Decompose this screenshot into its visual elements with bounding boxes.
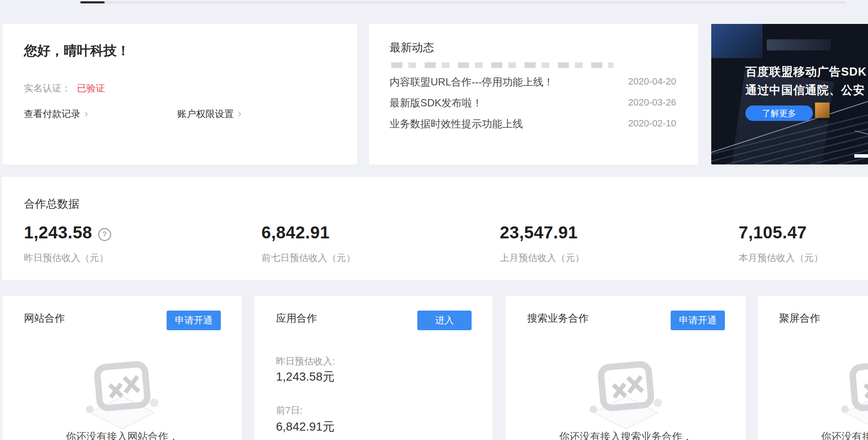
banner-decoration: [767, 39, 831, 50]
metric-value: 23,547.91: [500, 223, 679, 242]
help-icon[interactable]: ?: [98, 228, 111, 241]
stat-label: 昨日预估收入:: [276, 355, 335, 368]
juping-coop-card: 聚屏合作 你还没有接入聚屏合作，: [758, 296, 868, 440]
news-card: 最新动态 内容联盟URL合作---停用功能上线！ 2020-04-20 最新版S…: [369, 24, 698, 164]
card-title: 应用合作: [276, 311, 317, 325]
metric-last7days: 6,842.91 前七日预估收入（元）: [261, 223, 441, 264]
payment-records-link[interactable]: 查看付款记录›: [24, 108, 88, 120]
empty-caption: 你还没有接入搜索业务合作，: [506, 430, 746, 440]
chevron-right-icon: ›: [85, 108, 88, 119]
news-item-text[interactable]: 最新版SDK发布啦！: [390, 96, 482, 110]
metric-this-month: 7,105.47 本月预估收入（元）: [739, 223, 868, 264]
chevron-right-icon: ›: [238, 108, 241, 119]
apply-open-button[interactable]: 申请开通: [671, 311, 725, 330]
auth-label: 实名认证：: [24, 83, 71, 94]
payment-records-label: 查看付款记录: [24, 109, 80, 119]
news-item[interactable]: 内容联盟URL合作---停用功能上线！ 2020-04-20: [390, 75, 676, 88]
banner-orange-cube-decoration: [815, 103, 830, 118]
banner-headline-line1: 百度联盟移动广告SDK: [745, 64, 867, 79]
search-coop-card: 搜索业务合作 申请开通 你还没有接入搜索业务合作，: [506, 296, 746, 440]
news-item[interactable]: 业务数据时效性提示功能上线 2020-02-10: [390, 117, 676, 130]
news-item-scrolling-clipped: [391, 62, 613, 68]
news-item-text[interactable]: 业务数据时效性提示功能上线: [390, 117, 523, 131]
empty-state-tv-icon: [589, 359, 662, 429]
banner-headline-line2: 通过中国信通院、公安: [745, 82, 865, 98]
app-coop-card: 应用合作 进入 昨日预估收入: 1,243.58元 前7日: 6,842.91元: [255, 296, 493, 440]
metric-label: 昨日预估收入（元）: [24, 252, 203, 264]
empty-state-tv-icon: [86, 359, 158, 429]
metric-yesterday: 1,243.58? 昨日预估收入（元）: [24, 223, 203, 264]
greeting-title: 您好，晴叶科技！: [24, 42, 130, 60]
metric-value: 1,243.58?: [24, 223, 203, 242]
stat-label: 前7日:: [276, 404, 302, 417]
scrollbar-thumb[interactable]: [80, 1, 105, 3]
news-title: 最新动态: [390, 40, 434, 55]
stats-section: 合作总数据 1,243.58? 昨日预估收入（元） 6,842.91 前七日预估…: [2, 177, 868, 280]
stat-value: 6,842.91元: [276, 419, 334, 435]
empty-state-tv-icon: [841, 359, 868, 429]
metric-last-month: 23,547.91 上月预估收入（元）: [500, 223, 679, 264]
metric-label: 上月预估收入（元）: [500, 252, 679, 264]
top-horizontal-scrollbar[interactable]: [80, 1, 846, 3]
enter-button[interactable]: 进入: [417, 311, 472, 330]
greeting-card: 您好，晴叶科技！ 实名认证：已验证 查看付款记录› 账户权限设置›: [3, 24, 357, 164]
empty-caption: 你还没有接入聚屏合作，: [758, 430, 868, 440]
metric-value: 7,105.47: [739, 223, 868, 242]
auth-row: 实名认证：已验证: [24, 82, 105, 95]
apply-open-button[interactable]: 申请开通: [167, 311, 221, 330]
carousel-indicator[interactable]: [854, 154, 868, 158]
metric-number: 1,243.58: [24, 223, 92, 242]
news-item-text[interactable]: 内容联盟URL合作---停用功能上线！: [390, 75, 554, 89]
news-item-date: 2020-02-10: [628, 118, 676, 129]
empty-caption: 你还没有接入网站合作，: [3, 430, 242, 440]
card-title: 网站合作: [24, 311, 65, 325]
card-title: 搜索业务合作: [527, 311, 589, 325]
metric-value: 6,842.91: [261, 223, 441, 242]
learn-more-button[interactable]: 了解更多: [745, 106, 813, 121]
account-permission-label: 账户权限设置: [177, 109, 234, 119]
promo-banner[interactable]: 百度联盟移动广告SDK 通过中国信通院、公安 了解更多: [711, 24, 868, 164]
account-permission-link[interactable]: 账户权限设置›: [177, 108, 241, 120]
metric-label: 本月预估收入（元）: [739, 252, 868, 264]
website-coop-card: 网站合作 申请开通 你还没有接入网站合作，: [3, 296, 242, 440]
stat-value: 1,243.58元: [276, 369, 334, 385]
card-title: 聚屏合作: [779, 311, 820, 325]
news-item[interactable]: 最新版SDK发布啦！ 2020-03-26: [390, 96, 676, 109]
banner-decoration: [711, 24, 762, 58]
news-item-date: 2020-04-20: [628, 76, 676, 87]
news-item-date: 2020-03-26: [628, 97, 676, 108]
metric-label: 前七日预估收入（元）: [261, 252, 441, 264]
stats-title: 合作总数据: [24, 197, 79, 211]
auth-status-badge: 已验证: [77, 83, 105, 94]
